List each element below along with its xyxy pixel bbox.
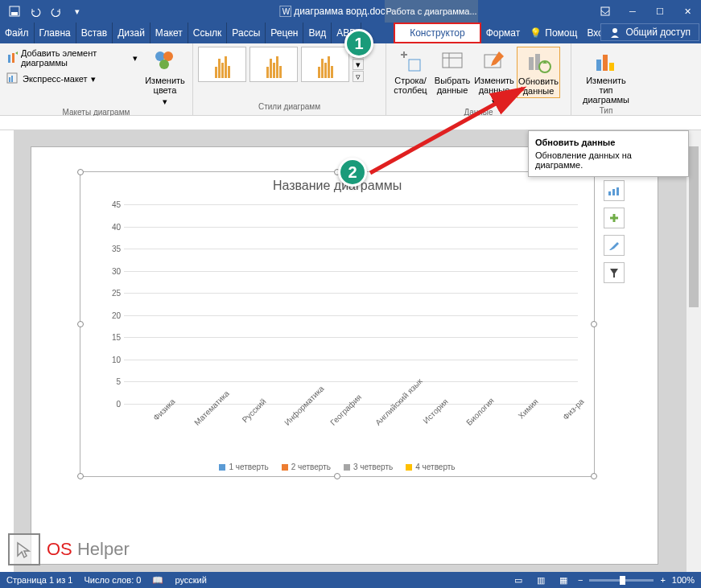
switch-row-col-button[interactable]: Строка/столбец [391,47,430,97]
refresh-icon [526,49,551,75]
dropdown-icon: ▾ [133,53,138,64]
change-chart-type-button[interactable]: Изменить тип диаграммы [576,47,636,106]
style-thumb[interactable] [249,47,298,82]
cursor-icon [8,533,40,565]
select-data-button[interactable]: Выбрать данные [433,47,472,97]
close-icon[interactable]: ✕ [674,0,701,23]
chart-type-icon [593,48,619,74]
ribbon-options-icon[interactable] [592,0,619,23]
edit-icon [481,48,507,74]
chart-legend[interactable]: 1 четверть2 четверть3 четверть4 четверть [80,463,594,471]
tooltip-refresh-data: Обновить данные Обновление данных на диа… [528,130,689,177]
svg-rect-1 [11,12,18,15]
svg-rect-25 [608,191,611,195]
tab-constructor[interactable]: Конструктор [394,23,480,43]
add-chart-element-button[interactable]: Добавить элемент диаграммы ▾ [5,47,139,69]
qat-more-icon[interactable]: ▾ [68,2,87,21]
tab-mailings[interactable]: Рассы [227,23,266,43]
layout-icon [6,72,19,85]
zoom-slider[interactable] [589,579,654,582]
svg-text:W: W [282,7,290,16]
svg-rect-24 [609,63,614,71]
tab-file[interactable]: Файл [0,23,35,43]
gallery-more-icon[interactable]: ▿ [353,71,364,82]
zoom-in-icon[interactable]: + [660,575,665,585]
tab-format[interactable]: Формат [481,23,526,43]
style-thumb[interactable] [301,47,349,82]
svg-rect-22 [596,60,601,71]
person-icon [609,27,621,38]
chart-style-gallery[interactable]: ▴ ▾ ▿ [198,47,364,82]
read-mode-icon[interactable]: ▭ [510,574,526,586]
tab-design[interactable]: Дизай [113,23,151,43]
chart-filter-button[interactable] [604,262,625,283]
edit-data-button[interactable]: Изменить данные ▾ [475,47,513,108]
page: Название диаграммы 051015202530354045 Фи… [31,146,658,565]
quick-layout-button[interactable]: Экспресс-макет ▾ [5,71,139,87]
svg-rect-26 [612,189,615,195]
svg-rect-6 [8,55,10,63]
status-page[interactable]: Страница 1 из 1 [6,575,72,585]
group-label-styles: Стили диаграмм [198,102,381,113]
gallery-down-icon[interactable]: ▾ [353,59,364,70]
title-bar: ▾ W диаграмма ворд.docx - Word Работа с … [0,0,701,23]
status-language[interactable]: русский [175,575,206,585]
spellcheck-icon[interactable]: 📖 [152,575,163,586]
chart-elements-button[interactable] [604,180,625,201]
svg-rect-27 [616,187,619,195]
scrollbar-vertical[interactable] [687,130,701,572]
ruler-vertical[interactable] [0,130,14,572]
tell-me[interactable]: 💡Помощ [525,23,582,43]
tab-insert[interactable]: Встав [76,23,113,43]
print-layout-icon[interactable]: ▥ [533,574,549,586]
callout-2: 2 [338,158,367,187]
ruler-horizontal[interactable] [0,116,701,130]
svg-rect-15 [443,53,462,68]
redo-icon[interactable] [47,2,66,21]
tab-view[interactable]: Вид [303,23,332,43]
word-icon: W [279,6,291,17]
share-button[interactable]: Общий доступ [600,23,699,41]
svg-point-13 [159,60,169,69]
document-area: Название диаграммы 051015202530354045 Фи… [14,130,687,572]
chart-title[interactable]: Название диаграммы [80,172,594,199]
style-thumb[interactable] [198,47,246,82]
switch-icon [398,48,423,74]
watermark-logo: OS Helper [8,533,130,565]
chart-element-icon [6,51,18,64]
svg-rect-7 [12,53,14,63]
svg-rect-19 [529,57,534,70]
status-word-count[interactable]: Число слов: 0 [84,575,141,585]
change-colors-button[interactable]: Изменить цвета ▾ [142,47,188,108]
contextual-tab-chart-tools: Работа с диаграмма... [385,0,478,23]
save-icon[interactable] [5,2,24,21]
zoom-out-icon[interactable]: − [578,575,583,585]
maximize-icon[interactable]: ☐ [646,0,674,23]
tab-home[interactable]: Главна [35,23,76,43]
undo-icon[interactable] [26,2,45,21]
callout-1: 1 [344,29,373,58]
tab-layout[interactable]: Макет [151,23,188,43]
tab-references[interactable]: Ссылк [188,23,228,43]
chart-plot-area[interactable]: 051015202530354045 [105,204,578,404]
table-icon [439,48,465,74]
chart-brush-button[interactable] [604,235,625,256]
colors-icon [152,48,178,74]
chart-object[interactable]: Название диаграммы 051015202530354045 Фи… [80,171,595,477]
web-layout-icon[interactable]: ▦ [555,574,571,586]
dropdown-icon: ▾ [91,74,96,84]
svg-rect-14 [409,60,420,71]
svg-rect-23 [603,55,608,71]
svg-rect-10 [11,76,13,82]
refresh-data-button[interactable]: Обновить данные [517,47,560,98]
minimize-icon[interactable]: ─ [619,0,646,23]
zoom-level[interactable]: 100% [672,575,695,585]
svg-point-5 [612,28,617,33]
tab-review[interactable]: Рецен [266,23,303,43]
chart-styles-button[interactable] [604,208,625,228]
svg-rect-9 [9,77,10,82]
status-bar: Страница 1 из 1 Число слов: 0 📖 русский … [0,572,701,588]
